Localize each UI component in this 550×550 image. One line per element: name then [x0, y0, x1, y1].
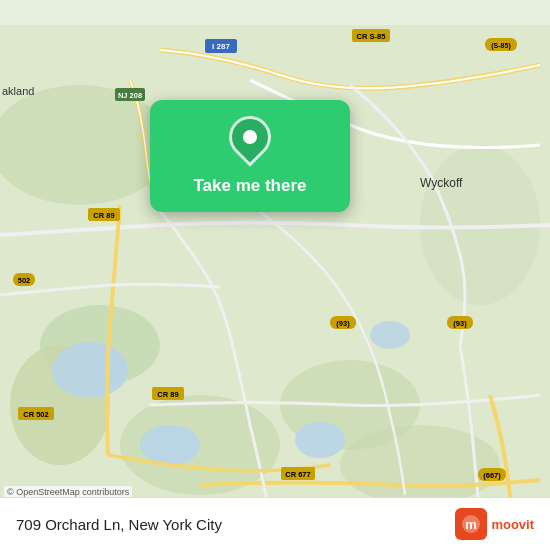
svg-point-10	[295, 422, 345, 458]
svg-text:CR 677: CR 677	[285, 470, 310, 479]
moovit-name-label: moovit	[491, 517, 534, 532]
svg-text:CR 89: CR 89	[157, 390, 178, 399]
address-label: 709 Orchard Ln, New York City	[16, 516, 222, 533]
location-pin-icon	[220, 107, 279, 166]
svg-text:CR 502: CR 502	[23, 410, 48, 419]
svg-text:akland: akland	[2, 85, 34, 97]
svg-text:Wyckoff: Wyckoff	[420, 176, 463, 190]
take-me-there-button[interactable]: Take me there	[150, 100, 350, 212]
svg-text:(667): (667)	[483, 471, 501, 480]
svg-text:I 287: I 287	[212, 42, 230, 51]
svg-point-9	[140, 425, 200, 465]
map-container: I 287 CR S-85 (S-85) NJ 208 CR 89 502 (9…	[0, 0, 550, 550]
svg-text:CR S-85: CR S-85	[357, 32, 386, 41]
svg-text:m: m	[466, 517, 478, 532]
moovit-logo: m moovit	[455, 508, 534, 540]
svg-point-8	[52, 342, 128, 398]
svg-text:(93): (93)	[453, 319, 467, 328]
bottom-bar: 709 Orchard Ln, New York City m moovit	[0, 497, 550, 550]
moovit-icon: m	[455, 508, 487, 540]
svg-text:(93): (93)	[336, 319, 350, 328]
svg-point-11	[370, 321, 410, 349]
svg-text:502: 502	[18, 276, 31, 285]
popup-button-label: Take me there	[166, 176, 334, 196]
svg-text:CR 89: CR 89	[93, 211, 114, 220]
svg-text:NJ 208: NJ 208	[118, 91, 142, 100]
map-background: I 287 CR S-85 (S-85) NJ 208 CR 89 502 (9…	[0, 0, 550, 550]
svg-text:(S-85): (S-85)	[491, 42, 510, 50]
